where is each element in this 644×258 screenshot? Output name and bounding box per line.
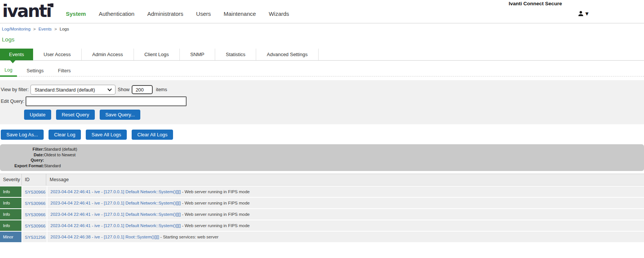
log-id-link[interactable]: SYS30966 [25,212,46,217]
product-title: Ivanti Connect Secure [509,1,562,6]
show-items-input[interactable] [132,85,153,94]
log-message-text: - Web server running in FIPS mode [181,189,249,194]
show-label: Show [118,87,129,92]
summary-row: Export Format:Standard [0,163,644,169]
log-message-text: - Web server running in FIPS mode [181,212,249,217]
summary-label: Date: [0,152,44,158]
filter-action-button[interactable]: Reset Query [56,110,95,120]
breadcrumb-separator: > [55,27,57,31]
filter-action-button[interactable]: Save Query... [100,110,141,120]
ivanti-logo: ivanti [2,0,51,22]
view-by-filter-label: View by filter: [1,87,29,92]
summary-label: Query: [0,157,44,163]
severity-badge: Minor [0,232,21,242]
tab[interactable]: SNMP [180,49,216,60]
log-message-link[interactable]: 2023-04-04 22:46:38 - ive - [127.0.0.1] … [50,235,159,239]
subtab[interactable]: Filters [53,67,75,76]
subtab[interactable]: Settings [22,67,48,76]
filter-action-button[interactable]: Update [24,110,51,120]
page: ivanti System Authentication Administrat… [0,0,644,258]
tab[interactable]: Advanced Settings [256,49,318,60]
log-message-link[interactable]: 2023-04-04 22:46:41 - ive - [127.0.0.1] … [50,212,181,217]
log-message-text: - Starting services: web server [159,235,219,239]
items-label: items [156,87,167,92]
log-id-cell: SYS31256 [22,232,47,242]
user-icon [577,10,584,17]
table-row: Minor SYS31256 2023-04-04 22:46:38 - ive… [0,232,644,242]
log-action-button[interactable]: Save Log As... [1,130,44,140]
log-id-link[interactable]: SYS31256 [25,235,46,240]
log-action-button[interactable]: Clear Log [49,130,81,140]
log-table-header: Severity ID Message [0,174,644,186]
breadcrumb-link-log-monitoring[interactable]: Log/Monitoring [2,27,30,31]
tab[interactable]: User Access [33,49,82,60]
tab[interactable]: Statistics [215,49,256,60]
log-message-cell: 2023-04-04 22:46:41 - ive - [127.0.0.1] … [47,209,644,220]
log-message-link[interactable]: 2023-04-04 22:46:41 - ive - [127.0.0.1] … [50,189,181,194]
summary-label: Filter: [0,147,44,152]
log-action-button[interactable]: Save All Logs [86,130,127,140]
app-header: ivanti System Authentication Administrat… [0,0,644,23]
tab[interactable]: Admin Access [82,49,134,60]
nav-item[interactable]: Users [196,11,211,17]
log-message-link[interactable]: 2023-04-04 22:46:41 - ive - [127.0.0.1] … [50,201,181,205]
log-message-cell: 2023-04-04 22:46:38 - ive - [127.0.0.1] … [47,232,644,242]
user-menu[interactable]: ▾ [577,10,588,17]
log-id-link[interactable]: SYS30966 [25,224,46,228]
severity-badge: Info [0,198,21,208]
select-value: Standard:Standard (default) [35,87,95,93]
severity-badge: Info [0,209,21,220]
table-row: Info SYS30966 2023-04-04 22:46:41 - ive … [0,186,644,197]
log-id-link[interactable]: SYS30966 [25,190,46,194]
main-nav: System Authentication Administrators Use… [66,11,289,17]
breadcrumb-current: Logs [60,27,69,31]
severity-badge: Info [0,220,21,231]
view-filter-row: View by filter: Standard:Standard (defau… [1,85,644,95]
log-id-link[interactable]: SYS30966 [25,201,46,206]
col-severity: Severity [0,174,21,185]
table-row: Info SYS30966 2023-04-04 22:46:41 - ive … [0,209,644,220]
logo-mark [50,3,53,7]
log-action-button[interactable]: Clear All Logs [132,130,173,140]
col-id: ID [21,174,46,185]
breadcrumb-separator: > [33,27,36,31]
table-row: Info SYS30966 2023-04-04 22:46:41 - ive … [0,198,644,208]
main-tabs: Events User Access Admin Access Client L… [0,49,644,61]
log-message-text: - Web server running in FIPS mode [181,201,249,205]
log-actions: Save Log As... Clear Log Save All Logs C… [1,130,644,140]
nav-item[interactable]: Authentication [99,11,134,17]
breadcrumb-link-events[interactable]: Events [38,27,52,31]
nav-item[interactable]: System [66,11,86,17]
edit-query-input[interactable] [26,96,187,106]
nav-item[interactable]: Maintenance [223,11,256,17]
log-message-link[interactable]: 2023-04-04 22:46:41 - ive - [127.0.0.1] … [50,223,181,228]
logo-text: ivanti [2,1,51,21]
edit-query-row: Edit Query: [1,96,644,106]
view-by-filter-select[interactable]: Standard:Standard (default) [30,85,115,95]
chevron-down-icon: ▾ [585,11,588,16]
summary-row: Query: [0,157,644,163]
log-message-text: - Web server running in FIPS mode [181,223,249,228]
tab[interactable]: Events [0,49,33,60]
log-message-cell: 2023-04-04 22:46:41 - ive - [127.0.0.1] … [47,186,644,197]
breadcrumb: Log/Monitoring > Events > Logs [0,23,644,31]
table-row: Info SYS30966 2023-04-04 22:46:41 - ive … [0,220,644,231]
subtab[interactable]: Log [0,67,17,77]
log-id-cell: SYS30966 [22,198,47,208]
log-id-cell: SYS30966 [22,220,47,231]
filter-summary: Filter:Standard (default) Date:Oldest to… [0,144,644,171]
tab[interactable]: Client Logs [134,49,180,60]
nav-item[interactable]: Administrators [147,11,183,17]
log-table-body: Info SYS30966 2023-04-04 22:46:41 - ive … [0,186,644,242]
nav-item[interactable]: Wizards [269,11,289,17]
log-message-cell: 2023-04-04 22:46:41 - ive - [127.0.0.1] … [47,198,644,208]
log-table: Severity ID Message Info SYS30966 2023-0… [0,174,644,242]
sub-tabs: Log Settings Filters [0,67,644,76]
edit-query-label: Edit Query: [1,99,24,104]
summary-label: Export Format: [0,163,44,169]
col-message: Message [46,174,644,185]
log-message-cell: 2023-04-04 22:46:41 - ive - [127.0.0.1] … [47,220,644,231]
summary-row: Date:Oldest to Newest [0,152,644,158]
summary-value: Standard [44,163,61,169]
log-id-cell: SYS30966 [22,186,47,197]
